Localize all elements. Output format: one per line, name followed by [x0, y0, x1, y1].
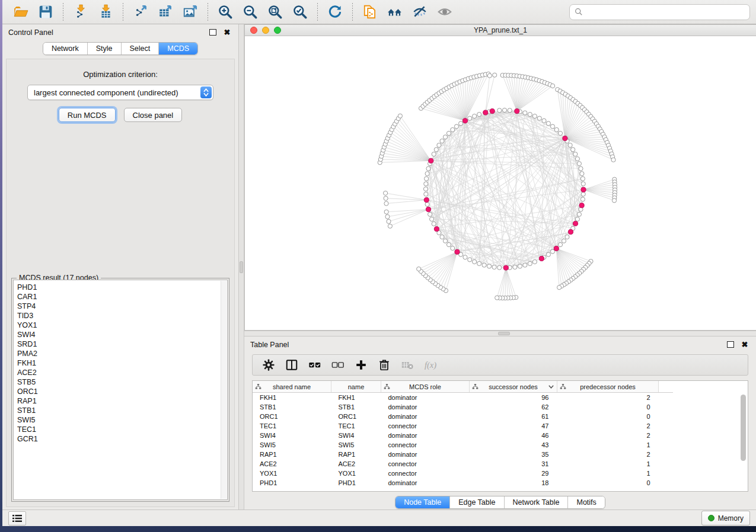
- splitter-handle[interactable]: [498, 332, 510, 335]
- vertical-splitter[interactable]: [238, 24, 244, 509]
- column-header-successor-nodes[interactable]: successor nodes: [470, 381, 557, 393]
- table-row[interactable]: FKH1FKH1dominator962: [253, 393, 673, 403]
- table-row[interactable]: ACE2ACE2connector311: [253, 459, 673, 469]
- mcds-result-item[interactable]: SWI4: [17, 330, 227, 339]
- table-settings-icon[interactable]: [260, 357, 277, 373]
- horizontal-splitter[interactable]: [244, 331, 756, 336]
- table-row[interactable]: TEC1TEC1connector472: [253, 421, 673, 431]
- memory-label: Memory: [718, 514, 744, 523]
- search-input[interactable]: [569, 4, 750, 20]
- mcds-result-item[interactable]: GCR1: [17, 434, 227, 444]
- mcds-result-item[interactable]: ORC1: [17, 387, 227, 396]
- toolbar-separator: [63, 3, 63, 21]
- import-table-icon[interactable]: [97, 4, 114, 20]
- control-panel-header: Control Panel ✖: [2, 24, 238, 40]
- tab-style[interactable]: Style: [88, 43, 122, 55]
- network-window-titlebar[interactable]: YPA_prune.txt_1: [245, 25, 756, 36]
- toolbar-separator: [208, 3, 208, 21]
- optimization-select[interactable]: largest connected component (undirected): [27, 85, 213, 100]
- zoom-out-icon[interactable]: [242, 4, 259, 20]
- tab-motifs[interactable]: Motifs: [568, 496, 604, 508]
- splitter-handle[interactable]: [240, 261, 243, 273]
- zoom-selected-icon[interactable]: [292, 4, 308, 20]
- table-tabs: Node TableEdge TableNetwork TableMotifs: [244, 496, 756, 509]
- mcds-result-item[interactable]: PMA2: [17, 349, 227, 358]
- table-row[interactable]: STB1STB1dominator620: [253, 402, 673, 412]
- toolbar-separator: [317, 3, 318, 21]
- table-row[interactable]: RAP1RAP1dominator352: [253, 450, 673, 459]
- mcds-result-item[interactable]: SWI5: [17, 415, 227, 425]
- table-row[interactable]: YOX1YOX1connector291: [253, 469, 673, 478]
- table-row[interactable]: PHD1PHD1dominator180: [253, 478, 673, 488]
- mcds-result-item[interactable]: STB5: [17, 377, 227, 387]
- table-row[interactable]: ORC1ORC1dominator610: [253, 412, 673, 421]
- task-history-button[interactable]: [8, 511, 26, 525]
- export-table-icon[interactable]: [157, 4, 174, 20]
- column-header-shared-name[interactable]: shared name: [253, 381, 331, 393]
- save-session-icon[interactable]: [37, 4, 54, 20]
- mcds-result-item[interactable]: FKH1: [17, 358, 227, 368]
- export-image-icon[interactable]: [182, 4, 199, 20]
- select-all-rows-icon[interactable]: [306, 357, 324, 373]
- tab-network-table[interactable]: Network Table: [505, 496, 569, 508]
- first-neighbors-icon[interactable]: [387, 4, 403, 20]
- zoom-fit-icon[interactable]: [267, 4, 283, 20]
- mcds-list-scrollbar[interactable]: [221, 281, 227, 499]
- table-panel-header: Table Panel ✖: [244, 336, 756, 352]
- mcds-result-list[interactable]: PHD1CAR1STP4TID3YOX1SWI4SRD1PMA2FKH1ACE2…: [13, 280, 228, 500]
- mcds-result-group: MCDS result (17 nodes) PHD1CAR1STP4TID3Y…: [11, 278, 229, 502]
- import-network-icon[interactable]: [72, 4, 89, 20]
- float-panel-button[interactable]: [725, 340, 736, 350]
- column-header-MCDS-role[interactable]: MCDS role: [381, 381, 470, 393]
- delete-column-icon[interactable]: [375, 357, 393, 373]
- close-panel-button[interactable]: ✖: [222, 28, 232, 37]
- open-session-icon[interactable]: [12, 4, 29, 20]
- mcds-result-item[interactable]: SRD1: [17, 339, 227, 349]
- function-builder-icon: f(x): [422, 357, 439, 373]
- run-mcds-button[interactable]: Run MCDS: [59, 108, 116, 122]
- mcds-result-item[interactable]: YOX1: [17, 321, 227, 330]
- tab-select[interactable]: Select: [122, 43, 160, 55]
- search-text-field[interactable]: [586, 7, 745, 17]
- control-panel: Control Panel ✖ NetworkStyleSelectMCDS O…: [2, 24, 238, 509]
- toolbar-separator: [123, 3, 123, 21]
- hide-selected-icon[interactable]: [412, 4, 428, 20]
- add-column-icon[interactable]: [352, 357, 370, 373]
- network-graph[interactable]: [245, 36, 756, 330]
- deselect-all-rows-icon[interactable]: [329, 357, 347, 373]
- column-header-predecessor-nodes[interactable]: predecessor nodes: [557, 381, 659, 393]
- table-row[interactable]: SWI5SWI5connector431: [253, 440, 673, 450]
- show-all-icon[interactable]: [436, 4, 453, 20]
- tab-mcds[interactable]: MCDS: [159, 43, 197, 55]
- mcds-result-item[interactable]: RAP1: [17, 396, 227, 406]
- mcds-result-item[interactable]: TEC1: [17, 425, 227, 434]
- mcds-result-item[interactable]: STP4: [17, 302, 227, 311]
- column-header-name[interactable]: name: [331, 381, 381, 393]
- scrollbar-thumb[interactable]: [741, 395, 746, 461]
- close-panel-button[interactable]: ✖: [739, 340, 750, 350]
- export-network-icon[interactable]: [132, 4, 149, 20]
- zoom-in-icon[interactable]: [217, 4, 234, 20]
- tree-icon: [560, 383, 566, 390]
- table-row[interactable]: SWI4SWI4dominator462: [253, 431, 673, 440]
- mcds-result-item[interactable]: STB1: [17, 406, 227, 415]
- mcds-result-item[interactable]: CAR1: [17, 292, 227, 302]
- tab-node-table[interactable]: Node Table: [395, 496, 450, 508]
- table-scrollbar[interactable]: [740, 393, 747, 490]
- control-panel-tabs: NetworkStyleSelectMCDS: [2, 42, 238, 55]
- mcds-result-item[interactable]: ACE2: [17, 368, 227, 377]
- network-window-title: YPA_prune.txt_1: [245, 26, 756, 34]
- mcds-result-item[interactable]: PHD1: [17, 283, 227, 292]
- network-canvas[interactable]: [245, 36, 756, 330]
- close-panel-action-button[interactable]: Close panel: [124, 108, 183, 122]
- float-panel-button[interactable]: [208, 28, 218, 37]
- column-layout-icon[interactable]: [283, 357, 301, 373]
- tab-network[interactable]: Network: [43, 43, 88, 55]
- tab-edge-table[interactable]: Edge Table: [450, 496, 504, 508]
- main-area: Control Panel ✖ NetworkStyleSelectMCDS O…: [2, 24, 756, 509]
- duplicate-network-icon[interactable]: [362, 4, 378, 20]
- cytoscape-window: Control Panel ✖ NetworkStyleSelectMCDS O…: [2, 0, 756, 526]
- mcds-result-item[interactable]: TID3: [17, 311, 227, 321]
- memory-button[interactable]: Memory: [701, 511, 750, 525]
- refresh-layout-icon[interactable]: [327, 4, 343, 20]
